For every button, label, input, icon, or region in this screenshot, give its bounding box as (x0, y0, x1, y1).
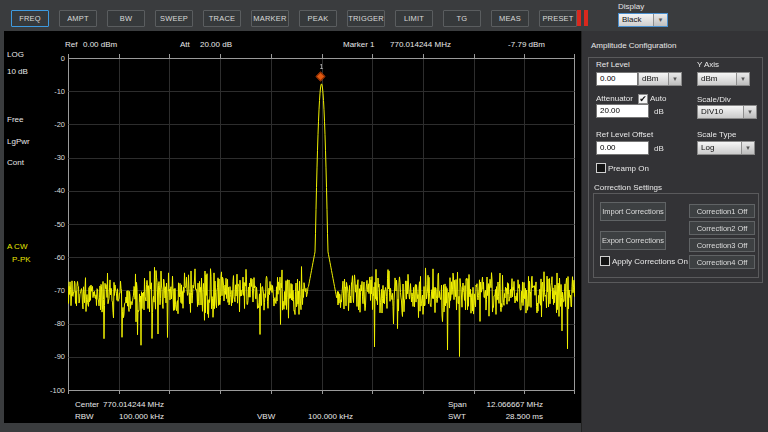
y-tick--40: -40 (41, 186, 65, 195)
y-tick--70: -70 (41, 286, 65, 295)
chevron-down-icon[interactable]: ▾ (668, 73, 681, 85)
preamp-checkbox[interactable] (596, 163, 606, 173)
spectrum-trace-plot[interactable] (68, 54, 575, 395)
vbw-label: VBW (257, 412, 275, 421)
toolbar-button-trigger[interactable]: TRIGGER (347, 10, 385, 27)
y-tick--30: -30 (41, 153, 65, 162)
auto-label: Auto (650, 94, 666, 103)
status-cont: Cont (7, 158, 24, 167)
spectrum-display: LOG 10 dB Free LgPwr Cont A CW P-PK Ref … (4, 31, 581, 423)
correction3-toggle-button[interactable]: Correction3 Off (689, 238, 755, 252)
auto-checkbox[interactable]: ✔ (638, 94, 648, 104)
preamp-label: Preamp On (608, 164, 649, 173)
y-tick--80: -80 (41, 319, 65, 328)
chevron-down-icon[interactable]: ▾ (743, 106, 756, 118)
ref-level-offset-unit: dB (654, 144, 664, 153)
chevron-down-icon[interactable]: ▾ (736, 73, 749, 85)
display-label: Display (618, 2, 668, 11)
span-label: Span (448, 400, 467, 409)
center-label: Center (75, 400, 99, 409)
marker-number-label: 1 (318, 63, 326, 70)
marker-freq: 770.014244 MHz (390, 40, 451, 49)
y-axis-select[interactable]: dBm ▾ (697, 72, 750, 86)
span-value: 12.066667 MHz (483, 400, 543, 409)
scale-div-label: Scale/Div (697, 95, 731, 104)
apply-corrections-checkbox[interactable] (600, 256, 610, 266)
status-ppk: P-PK (12, 255, 31, 264)
attenuator-label: Attenuator (596, 94, 633, 103)
swt-value: 28.500 ms (483, 412, 543, 421)
apply-corrections-label: Apply Corrections On (612, 257, 688, 266)
toolbar-button-limit[interactable]: LIMIT (395, 10, 433, 27)
rbw-value: 100.000 kHz (100, 412, 164, 421)
export-corrections-button[interactable]: Export Corrections (600, 231, 666, 250)
y-tick--60: -60 (41, 253, 65, 262)
import-corrections-button[interactable]: Import Corrections (600, 202, 666, 221)
toolbar-button-tg[interactable]: TG (443, 10, 481, 27)
toolbar-button-marker[interactable]: MARKER (251, 10, 289, 27)
rbw-label: RBW (75, 412, 94, 421)
toolbar: FREQAMPTBWSWEEPTRACEMARKERPEAKTRIGGERLIM… (11, 10, 577, 27)
y-tick--90: -90 (41, 352, 65, 361)
amplitude-config-panel: Amplitude Configuration Ref Level 0.00 d… (581, 31, 768, 432)
status-scale: 10 dB (7, 67, 28, 76)
toolbar-button-peak[interactable]: PEAK (299, 10, 337, 27)
center-value: 770.014244 MHz (100, 400, 164, 409)
correction2-toggle-button[interactable]: Correction2 Off (689, 221, 755, 235)
status-free: Free (7, 115, 23, 124)
y-axis-label: Y Axis (697, 60, 719, 69)
scale-div-value: DIV10 (698, 106, 743, 118)
toolbar-button-freq[interactable]: FREQ (11, 10, 49, 27)
pause-icon[interactable] (577, 10, 589, 26)
scale-type-value: Log (698, 142, 741, 154)
panel-title: Amplitude Configuration (591, 41, 676, 50)
chevron-down-icon[interactable]: ▾ (741, 142, 754, 154)
toolbar-button-sweep[interactable]: SWEEP (155, 10, 193, 27)
correction4-toggle-button[interactable]: Correction4 Off (689, 255, 755, 269)
ref-level-label: Ref Level (596, 60, 630, 69)
status-log: LOG (7, 50, 24, 59)
ref-label: Ref (65, 40, 77, 49)
ref-level-offset-input[interactable]: 0.00 (596, 141, 649, 155)
y-axis-value: dBm (698, 73, 736, 85)
display-theme-select[interactable]: Black ▾ (618, 13, 668, 27)
scale-type-label: Scale Type (697, 130, 736, 139)
ref-level-unit-select[interactable]: dBm ▾ (638, 72, 682, 86)
marker-label: Marker 1 (343, 40, 375, 49)
chevron-down-icon[interactable]: ▾ (653, 14, 667, 26)
ref-value: 0.00 dBm (83, 40, 117, 49)
ref-level-offset-label: Ref Level Offset (596, 130, 653, 139)
y-tick-0: 0 (41, 54, 65, 63)
ref-level-unit-value: dBm (639, 73, 668, 85)
display-theme-value: Black (619, 14, 653, 26)
ref-level-input[interactable]: 0.00 (596, 72, 638, 86)
correction-settings-title: Correction Settings (594, 183, 662, 192)
attenuator-input[interactable]: 20.00 (596, 104, 649, 118)
scale-type-select[interactable]: Log ▾ (697, 141, 755, 155)
status-lgpwr: LgPwr (7, 137, 30, 146)
status-acw: A CW (7, 242, 27, 251)
attenuator-unit: dB (654, 107, 664, 116)
y-tick--50: -50 (41, 220, 65, 229)
display-select-group: Display Black ▾ (618, 2, 668, 27)
scale-div-select[interactable]: DIV10 ▾ (697, 105, 757, 119)
toolbar-button-trace[interactable]: TRACE (203, 10, 241, 27)
correction1-toggle-button[interactable]: Correction1 Off (689, 204, 755, 218)
y-tick--100: -100 (41, 386, 65, 395)
toolbar-button-bw[interactable]: BW (107, 10, 145, 27)
att-value: 20.00 dB (200, 40, 232, 49)
att-label: Att (180, 40, 190, 49)
toolbar-button-preset[interactable]: PRESET (539, 10, 577, 27)
vbw-value: 100.000 kHz (293, 412, 353, 421)
app-window: FREQAMPTBWSWEEPTRACEMARKERPEAKTRIGGERLIM… (0, 0, 768, 432)
toolbar-button-meas[interactable]: MEAS (491, 10, 529, 27)
marker-amp: -7.79 dBm (464, 40, 545, 49)
y-tick--10: -10 (41, 87, 65, 96)
swt-label: SWT (448, 412, 466, 421)
toolbar-button-ampt[interactable]: AMPT (59, 10, 97, 27)
y-tick--20: -20 (41, 120, 65, 129)
